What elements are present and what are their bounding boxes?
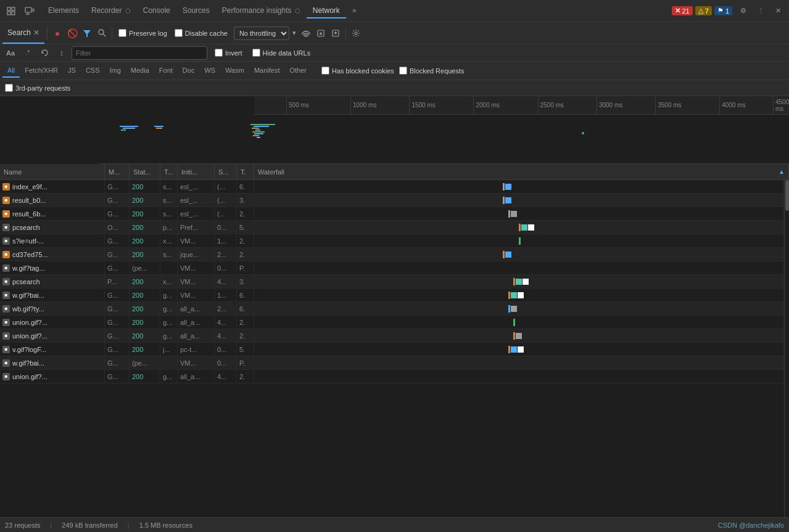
tab-media[interactable]: Media (126, 64, 154, 78)
table-row[interactable]: ■ cd37ed75... G... 200 s... jque... 2...… (0, 248, 784, 261)
table-row[interactable]: ■ pcsearch P... 200 x... VM... 4... 3. (0, 275, 784, 289)
table-row[interactable]: ■ s?ie=utf-... G... 200 x... VM... 1... … (0, 234, 784, 248)
table-row[interactable]: ■ v.gif?logF... G... 200 j... pc-t... 0.… (0, 343, 784, 356)
export-button[interactable] (328, 26, 343, 41)
tab-fetch-xhr[interactable]: Fetch/XHR (20, 64, 63, 78)
filter-input[interactable] (72, 46, 207, 60)
file-type-icon: ■ (2, 251, 10, 258)
tab-all[interactable]: All (2, 64, 20, 78)
invert-label[interactable]: Invert (215, 49, 242, 57)
th-type[interactable]: T... (160, 164, 178, 179)
th-time[interactable]: T. (237, 164, 254, 179)
scrollbar[interactable] (784, 180, 789, 517)
search-tab[interactable]: Search ✕ (2, 22, 44, 44)
info-badge[interactable]: ⚑ 1 (714, 6, 732, 15)
third-party-label[interactable]: 3rd-party requests (5, 84, 70, 92)
throttle-select[interactable]: No throttling (234, 27, 289, 40)
td-time: P. (237, 356, 254, 369)
divider (47, 27, 48, 39)
tab-network[interactable]: Network (307, 4, 346, 18)
table-row[interactable]: ■ index_e9f... G... 200 s... esl_... (..… (0, 180, 784, 194)
table-row[interactable]: ■ union.gif?... G... 200 g... all_a... 4… (0, 329, 784, 343)
refresh-filter-button[interactable] (37, 46, 52, 60)
invert-filter-button[interactable]: ↕ (54, 46, 69, 60)
table-row[interactable]: ■ result_b0... G... 200 s... esl_... (..… (0, 194, 784, 207)
td-initiator: all_a... (178, 316, 215, 329)
more-options-button[interactable]: ⋮ (752, 2, 769, 20)
table-row[interactable]: ■ union.gif?... G... 200 g... all_a... 4… (0, 370, 784, 383)
blocked-requests-checkbox[interactable] (399, 67, 407, 75)
tab-more[interactable]: » (346, 4, 363, 18)
table-row[interactable]: ■ union.gif?... G... 200 g... all_a... 4… (0, 316, 784, 329)
settings-button[interactable]: ⚙ (735, 2, 752, 20)
status-bar: 23 requests | 249 kB transferred | 1.5 M… (0, 517, 789, 532)
search-button[interactable] (94, 26, 109, 41)
disable-cache-label[interactable]: Disable cache (175, 29, 228, 37)
tab-other[interactable]: Other (284, 64, 312, 78)
error-badge[interactable]: ✕ 21 (672, 6, 693, 15)
th-size[interactable]: S... (215, 164, 237, 179)
network-settings-button[interactable] (349, 26, 363, 41)
th-status[interactable]: Stat... (130, 164, 160, 179)
td-time: 2. (237, 234, 254, 247)
cursor-icon[interactable] (2, 2, 20, 20)
import-button[interactable] (313, 26, 328, 41)
table-row[interactable]: ■ wb.gif?ty... G... 200 g... all_a... 2.… (0, 302, 784, 316)
file-name: index_e9f... (12, 183, 48, 190)
table-row[interactable]: ■ result_6b... G... 200 s... esl_... (..… (0, 207, 784, 221)
td-status: 200 (130, 207, 160, 220)
th-method[interactable]: M... (105, 164, 130, 179)
tab-console[interactable]: Console (137, 4, 176, 18)
time-marker-3500: 3500 ms (655, 96, 681, 114)
tab-ws[interactable]: WS (199, 64, 220, 78)
network-table: Name M... Stat... T... Initi... S... T. … (0, 164, 789, 517)
blocked-cookies-checkbox[interactable] (321, 67, 329, 75)
tab-recorder[interactable]: Recorder ⬡ (85, 4, 137, 18)
regex-button[interactable]: .* (21, 46, 35, 60)
tab-doc[interactable]: Doc (178, 64, 200, 78)
tab-performance[interactable]: Performance insights ⬡ (216, 4, 307, 18)
network-conditions-button[interactable] (299, 26, 313, 41)
disable-cache-checkbox[interactable] (175, 29, 183, 37)
third-party-checkbox[interactable] (5, 84, 13, 92)
table-row[interactable]: ■ w.gif?bai... G... 200 g... VM... 1... … (0, 289, 784, 302)
preserve-log-checkbox[interactable] (118, 29, 126, 37)
tab-font[interactable]: Font (154, 64, 178, 78)
td-time: 6. (237, 302, 254, 315)
close-search-button[interactable]: ✕ (33, 28, 39, 37)
preserve-log-label[interactable]: Preserve log (118, 29, 167, 37)
invert-checkbox[interactable] (215, 49, 223, 57)
th-initiator[interactable]: Initi... (178, 164, 215, 179)
file-type-icon: ■ (2, 373, 10, 380)
tab-manifest[interactable]: Manifest (249, 64, 285, 78)
td-type (160, 261, 178, 274)
th-name[interactable]: Name (0, 164, 105, 179)
tab-img[interactable]: Img (105, 64, 126, 78)
blocked-requests-label[interactable]: Blocked Requests (399, 67, 465, 75)
table-row[interactable]: ■ w.gif?tag... G... (pe... VM... 0... P. (0, 261, 784, 275)
table-row[interactable]: ■ pcsearch O... 200 p... Pref... 0... 5. (0, 221, 784, 234)
file-name: union.gif?... (12, 373, 48, 380)
hide-urls-checkbox[interactable] (252, 49, 260, 57)
tab-elements[interactable]: Elements (42, 4, 85, 18)
th-waterfall[interactable]: Waterfall ▲ (254, 164, 789, 179)
hide-urls-label[interactable]: Hide data URLs (252, 49, 311, 57)
clear-button[interactable]: 🚫 (65, 26, 80, 41)
file-type-icon: ■ (2, 346, 10, 353)
waterfall-mini-chart (99, 115, 789, 164)
td-initiator: all_a... (178, 302, 215, 315)
case-sensitive-button[interactable]: Aa (2, 46, 19, 60)
blocked-cookies-label[interactable]: Has blocked cookies (321, 67, 394, 75)
tab-sources[interactable]: Sources (176, 4, 216, 18)
record-button[interactable]: ● (50, 26, 65, 41)
table-row[interactable]: ■ w.gif?bai... G... (pe... VM... 0... P. (0, 356, 784, 370)
tab-wasm[interactable]: Wasm (220, 64, 249, 78)
tab-css[interactable]: CSS (81, 64, 105, 78)
filter-button[interactable] (80, 26, 94, 41)
warning-badge[interactable]: △ 7 (695, 6, 712, 15)
responsive-icon[interactable] (21, 2, 38, 20)
tab-js[interactable]: JS (63, 64, 81, 78)
close-devtools-button[interactable]: ✕ (769, 2, 787, 20)
file-type-icon: ■ (2, 292, 10, 299)
file-type-icon: ■ (2, 237, 10, 245)
